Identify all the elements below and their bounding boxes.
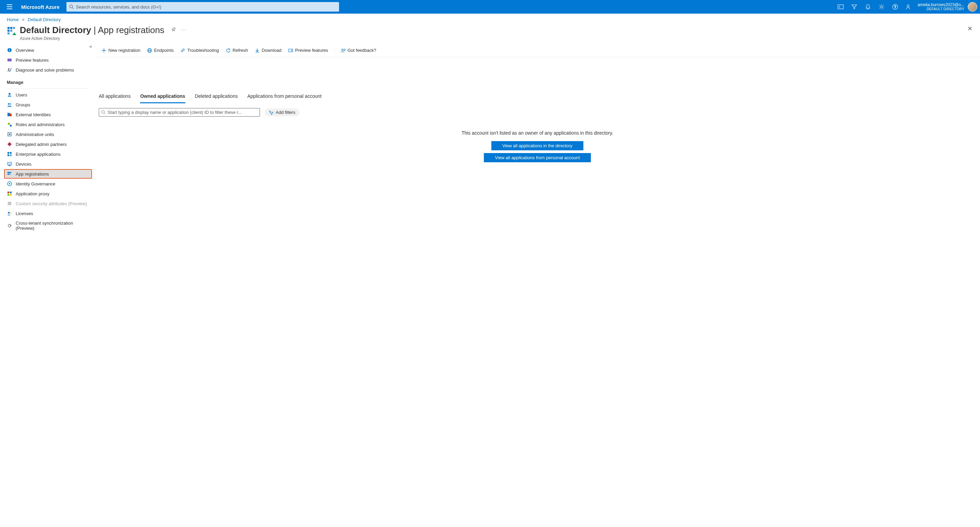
sidebar-item-delegated-partners[interactable]: Delegated admin partners	[4, 139, 92, 149]
account-block[interactable]: amelia.burrows2023@o... DEFAULT DIRECTOR…	[916, 3, 966, 11]
sidebar-item-custom-security-attributes: Custom security attributes (Preview)	[4, 199, 92, 208]
filter-icon	[851, 4, 858, 10]
settings-button[interactable]	[875, 0, 888, 14]
sidebar-item-label: Cross-tenant synchronization (Preview)	[16, 221, 89, 231]
download-icon	[255, 48, 260, 53]
global-search[interactable]: Search resources, services, and docs (G+…	[67, 2, 339, 11]
help-button[interactable]: ?	[888, 0, 902, 14]
svg-rect-41	[9, 174, 11, 175]
sidebar-item-overview[interactable]: i Overview	[4, 45, 92, 55]
svg-rect-11	[8, 27, 10, 29]
svg-rect-26	[10, 125, 11, 126]
refresh-icon	[226, 48, 231, 53]
breadcrumb-separator: >	[22, 17, 24, 22]
svg-rect-40	[11, 172, 11, 173]
person-feedback-icon	[906, 4, 912, 10]
svg-point-43	[9, 183, 10, 185]
troubleshooting-button[interactable]: Troubleshooting	[178, 46, 222, 54]
svg-rect-33	[8, 154, 9, 156]
sidebar-item-app-registrations[interactable]: App registrations	[4, 169, 92, 178]
bell-icon	[865, 4, 871, 10]
got-feedback-button[interactable]: Got feedback?	[338, 46, 379, 54]
close-button[interactable]: ✕	[967, 25, 972, 32]
sidebar-item-users[interactable]: Users	[4, 90, 92, 100]
user-icon	[7, 92, 12, 97]
brand-label[interactable]: Microsoft Azure	[16, 4, 64, 10]
tab-personal-applications[interactable]: Applications from personal account	[247, 91, 322, 103]
wrench-icon	[181, 48, 185, 53]
svg-rect-16	[8, 32, 10, 34]
group-icon	[7, 102, 12, 107]
roles-icon	[7, 122, 12, 127]
sidebar-item-label: Diagnose and solve problems	[16, 67, 74, 73]
sidebar-item-devices[interactable]: Devices	[4, 159, 92, 169]
sidebar-item-label: Roles and administrators	[16, 122, 65, 127]
refresh-button[interactable]: Refresh	[223, 46, 251, 54]
svg-rect-38	[9, 172, 11, 173]
svg-rect-1	[7, 6, 12, 7]
tab-deleted-applications[interactable]: Deleted applications	[195, 91, 238, 103]
filter-input[interactable]: Start typing a display name or applicati…	[99, 108, 260, 116]
main-panel: New registration Endpoints Troubleshooti…	[95, 44, 980, 527]
breadcrumb-home[interactable]: Home	[7, 17, 19, 22]
sidebar-item-preview-features[interactable]: Preview features	[4, 55, 92, 65]
sidebar-item-cross-tenant-sync[interactable]: Cross-tenant synchronization (Preview)	[4, 218, 92, 233]
tab-owned-applications[interactable]: Owned applications	[140, 91, 185, 103]
sidebar-item-label: Custom security attributes (Preview)	[16, 201, 87, 206]
sidebar-item-diagnose[interactable]: Diagnose and solve problems	[4, 65, 92, 75]
avatar[interactable]	[968, 2, 977, 11]
sidebar-item-external-identities[interactable]: External Identities	[4, 110, 92, 119]
menu-button[interactable]	[3, 0, 16, 14]
view-personal-button[interactable]: View all applications from personal acco…	[484, 153, 591, 162]
sidebar-group-manage: Manage	[4, 75, 95, 87]
tab-all-applications[interactable]: All applications	[99, 91, 130, 103]
globe-icon	[147, 48, 152, 53]
topbar: Microsoft Azure Search resources, servic…	[0, 0, 980, 14]
account-directory: DEFAULT DIRECTORY	[927, 7, 965, 11]
svg-line-4	[72, 8, 73, 9]
svg-text:i: i	[9, 48, 10, 52]
view-all-directory-button[interactable]: View all applications in the directory	[492, 141, 583, 150]
sidebar-item-admin-units[interactable]: Administrative units	[4, 129, 92, 139]
sidebar-item-application-proxy[interactable]: Application proxy	[4, 189, 92, 198]
notifications-button[interactable]	[861, 0, 875, 14]
new-registration-button[interactable]: New registration	[99, 46, 143, 54]
sidebar-item-enterprise-apps[interactable]: Enterprise applications	[4, 149, 92, 159]
sidebar-item-label: Enterprise applications	[16, 152, 60, 157]
search-icon	[101, 110, 106, 115]
sidebar-item-identity-governance[interactable]: Identity Governance	[4, 179, 92, 188]
download-button[interactable]: Download	[252, 46, 284, 54]
preview-features-button[interactable]: Preview features	[286, 46, 331, 54]
page-title: Default Directory | App registrations	[20, 25, 164, 35]
cloud-shell-button[interactable]	[834, 0, 848, 14]
search-icon	[69, 5, 74, 9]
endpoints-button[interactable]: Endpoints	[145, 46, 177, 54]
plus-icon	[102, 48, 106, 53]
breadcrumb-current[interactable]: Default Directory	[28, 17, 61, 22]
svg-rect-48	[8, 202, 11, 205]
add-filters-button[interactable]: Add filters	[265, 108, 299, 116]
sidebar-collapse[interactable]: «	[89, 44, 92, 49]
sidebar-item-roles[interactable]: Roles and administrators	[4, 119, 92, 129]
svg-point-58	[291, 50, 292, 51]
security-attr-icon	[7, 201, 12, 206]
svg-rect-0	[7, 5, 12, 5]
sidebar-item-licenses[interactable]: Licenses	[4, 209, 92, 218]
directories-button[interactable]	[848, 0, 861, 14]
feedback-button[interactable]	[902, 0, 916, 14]
app-proxy-icon	[7, 191, 12, 196]
svg-point-60	[102, 110, 104, 113]
svg-rect-35	[8, 162, 11, 165]
diagnose-icon	[7, 67, 12, 73]
more-button[interactable]: ···	[181, 27, 186, 32]
pin-button[interactable]	[171, 27, 176, 32]
sidebar-item-groups[interactable]: Groups	[4, 100, 92, 110]
svg-rect-13	[13, 27, 15, 29]
sidebar: « i Overview Preview features Diagnose a…	[0, 44, 95, 527]
sidebar-item-label: Overview	[16, 48, 34, 53]
sidebar-item-label: App registrations	[16, 172, 49, 177]
aad-icon	[7, 26, 16, 36]
svg-rect-23	[8, 113, 10, 116]
search-placeholder: Search resources, services, and docs (G+…	[76, 5, 161, 10]
gear-icon	[878, 4, 885, 10]
